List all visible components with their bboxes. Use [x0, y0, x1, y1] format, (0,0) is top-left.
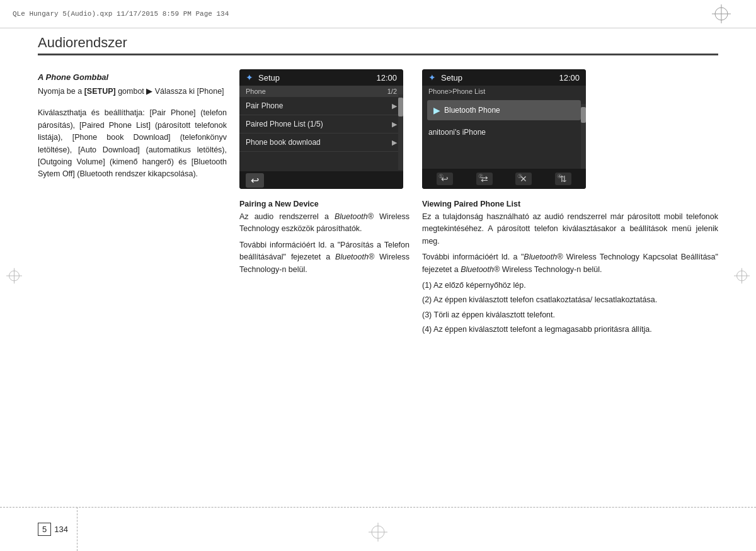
- description-paragraph: Kiválaszthatja és beállíthatja: [Pair Ph…: [38, 107, 227, 180]
- middle-caption-section: Pairing a New Device Az audio rendszerre…: [239, 196, 410, 276]
- page-num-label: 134: [54, 525, 68, 534]
- viewing-para2: További információért ld. a "Bluetooth® …: [422, 251, 718, 276]
- top-bar: QLe Hungary 5(Audio).qxp 11/17/2015 8:59…: [0, 0, 756, 28]
- main-content: A Phone Gombbal Nyomja be a [SETUP] gomb…: [38, 69, 718, 501]
- page-number: 5 134: [38, 523, 68, 536]
- viewing-caption: Viewing Paired Phone List: [422, 200, 718, 208]
- arrow-icon-1: ▶: [392, 102, 397, 110]
- scrollbar-thumb: [398, 98, 403, 116]
- pairing-para2: További információért ld. a "Párosítás a…: [239, 239, 410, 276]
- registration-mark-left: [6, 268, 22, 283]
- chapter-number: 5: [38, 523, 51, 536]
- bluetooth-icon-2: ✦: [428, 72, 436, 82]
- screen2-scrollbar-thumb: [581, 107, 586, 123]
- screen1-menu: Pair Phone ▶ Paired Phone List (1/5) ▶ P…: [239, 97, 403, 152]
- page-header: Audiorendszer: [38, 35, 718, 55]
- screen1-header: ✦ Setup 12:00: [239, 69, 403, 86]
- list-item-4: (4) Az éppen kiválasztott telefont a leg…: [422, 324, 718, 336]
- screen2-phone-entry: anitooni's iPhone: [422, 123, 586, 141]
- screen1-subheader: Phone 1/2: [239, 86, 403, 97]
- screen2-footer: ① ↩ ② ⇄ ③ ✕ ④ ⇅: [422, 169, 586, 189]
- screen2-title: Setup: [441, 73, 462, 82]
- screen1-title: Setup: [258, 73, 280, 82]
- header-rule: [38, 54, 718, 55]
- screen2-scrollbar[interactable]: [581, 104, 586, 169]
- viewing-list: (1) Az előző képernyőhöz lép. (2) Az épp…: [422, 280, 718, 336]
- screen2-time: 12:00: [559, 73, 580, 82]
- screen1-scrollbar[interactable]: [398, 94, 403, 170]
- left-column: A Phone Gombbal Nyomja be a [SETUP] gomb…: [38, 69, 227, 501]
- arrow-icon-3: ▶: [392, 139, 397, 147]
- play-icon: ▶: [433, 105, 440, 115]
- screen2: ✦ Setup 12:00 Phone>Phone List ▶ Bluetoo…: [422, 69, 586, 189]
- screen1-sub-right: 1/2: [387, 88, 397, 95]
- registration-mark-bottom: [369, 523, 387, 542]
- list-item-3: (3) Törli az éppen kiválasztott telefont…: [422, 309, 718, 321]
- right-caption-section: Viewing Paired Phone List Ez a tulajdons…: [422, 196, 718, 336]
- screen2-bt-phone: Bluetooth Phone: [444, 106, 500, 115]
- menu-item-phonebook[interactable]: Phone book download ▶: [239, 133, 403, 152]
- pairing-para1: Az audio rendszerrel a Bluetooth® Wirele…: [239, 211, 410, 236]
- section-title: A Phone Gombbal: [38, 72, 227, 82]
- list-item-1: (1) Az előző képernyőhöz lép.: [422, 280, 718, 292]
- screen2-breadcrumb: Phone>Phone List: [422, 86, 586, 97]
- back-button-1[interactable]: ↩: [246, 173, 264, 188]
- pairing-caption: Pairing a New Device: [239, 200, 410, 208]
- arrow-icon-2: ▶: [392, 120, 397, 128]
- registration-mark-right: [734, 268, 750, 283]
- bluetooth-icon-1: ✦: [246, 72, 253, 82]
- list-item-2: (2) Az éppen kiválasztott telefon csatla…: [422, 294, 718, 306]
- menu-item-pair-phone[interactable]: Pair Phone ▶: [239, 97, 403, 115]
- middle-column: ✦ Setup 12:00 Phone 1/2 Pair Phone ▶ Pai…: [239, 69, 410, 501]
- page-title: Audiorendszer: [38, 35, 718, 51]
- intro-paragraph: Nyomja be a [SETUP] gombot ▶ Válassza ki…: [38, 86, 227, 98]
- screen2-header: ✦ Setup 12:00: [422, 69, 586, 86]
- viewing-para1: Ez a tulajdonság használható az audió re…: [422, 211, 718, 247]
- screen2-selected-item[interactable]: ▶ Bluetooth Phone: [427, 100, 581, 120]
- menu-item-paired-list[interactable]: Paired Phone List (1/5) ▶: [239, 115, 403, 133]
- screen1: ✦ Setup 12:00 Phone 1/2 Pair Phone ▶ Pai…: [239, 69, 403, 189]
- file-info: QLe Hungary 5(Audio).qxp 11/17/2015 8:59…: [13, 10, 229, 18]
- registration-mark-top: [712, 4, 731, 23]
- vertical-dashed-line: [77, 507, 77, 551]
- right-column: ✦ Setup 12:00 Phone>Phone List ▶ Bluetoo…: [422, 69, 718, 501]
- screen1-footer: ↩: [239, 171, 403, 189]
- screen1-time: 12:00: [376, 73, 397, 82]
- screen1-sub-left: Phone: [246, 88, 266, 95]
